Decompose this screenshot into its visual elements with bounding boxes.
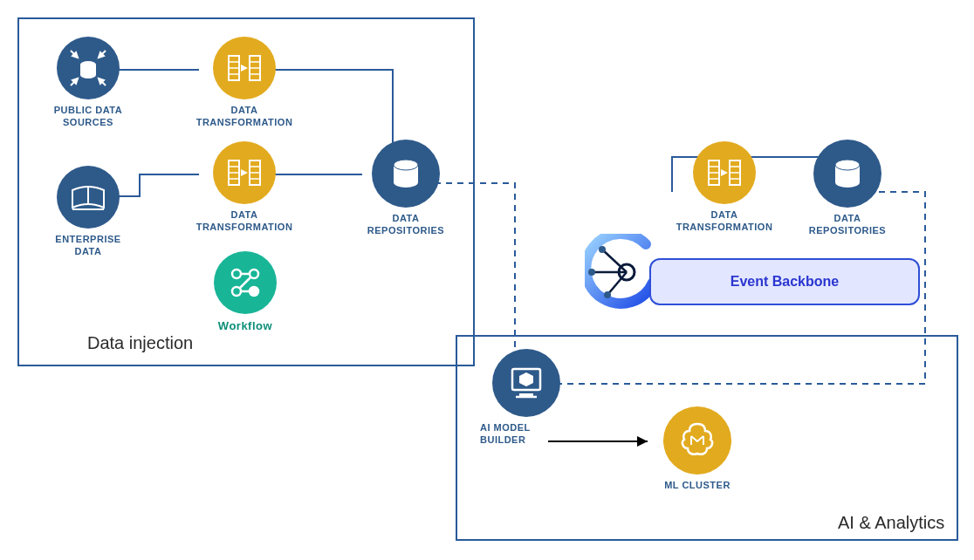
svg-line-57 <box>602 249 627 272</box>
data-injection-title: Data injection <box>87 333 193 353</box>
svg-point-41 <box>394 177 418 188</box>
workflow-label: Workflow <box>218 319 272 333</box>
data-transformation-3-label: DATA TRANSFORMATION <box>676 209 773 234</box>
svg-line-61 <box>607 272 627 295</box>
event-backbone-pill: Event Backbone <box>649 258 920 305</box>
event-backbone-label: Event Backbone <box>730 274 839 290</box>
svg-point-60 <box>588 269 595 276</box>
workflow-icon <box>214 251 277 314</box>
enterprise-data-icon <box>57 166 120 229</box>
svg-marker-66 <box>519 372 533 386</box>
enterprise-data-node: ENTERPRISE DATA <box>40 166 136 258</box>
svg-point-34 <box>232 287 241 296</box>
data-repositories-right-node: DATA REPOSITORIES <box>799 140 895 237</box>
svg-marker-22 <box>241 65 248 72</box>
svg-point-3 <box>80 72 96 79</box>
public-data-label: PUBLIC DATA SOURCES <box>54 105 122 129</box>
ml-cluster-node: ML CLUSTER <box>649 406 745 492</box>
svg-marker-31 <box>241 169 248 176</box>
database-icon <box>813 140 881 208</box>
ai-model-builder-label: AI MODEL BUILDER <box>480 422 531 447</box>
workflow-node: Workflow <box>197 251 293 333</box>
data-transformation-1-node: DATA TRANSFORMATION <box>192 37 297 129</box>
public-data-sources-node: PUBLIC DATA SOURCES <box>40 37 136 129</box>
data-repositories-right-label: DATA REPOSITORIES <box>809 213 886 237</box>
data-transformation-3-node: DATA TRANSFORMATION <box>672 141 777 234</box>
svg-point-62 <box>604 291 611 298</box>
svg-point-33 <box>250 270 258 278</box>
enterprise-data-label: ENTERPRISE DATA <box>55 234 120 258</box>
svg-point-54 <box>835 177 860 188</box>
data-transformation-1-label: DATA TRANSFORMATION <box>196 105 293 129</box>
svg-rect-64 <box>519 393 533 396</box>
transform-icon <box>693 141 756 204</box>
svg-point-35 <box>250 287 258 296</box>
data-transformation-2-node: DATA TRANSFORMATION <box>192 141 297 234</box>
ai-analytics-title: AI & Analytics <box>838 513 944 533</box>
database-icon <box>372 140 440 208</box>
public-data-icon <box>57 37 120 99</box>
ml-cluster-label: ML CLUSTER <box>664 480 730 492</box>
svg-line-37 <box>240 277 250 288</box>
data-transformation-2-label: DATA TRANSFORMATION <box>196 209 293 234</box>
transform-icon <box>213 37 276 99</box>
svg-marker-51 <box>721 169 728 176</box>
ml-cluster-icon <box>663 406 731 475</box>
ai-model-builder-node: AI MODEL BUILDER <box>478 349 574 447</box>
svg-point-32 <box>232 270 241 278</box>
data-repositories-left-label: DATA REPOSITORIES <box>367 213 444 237</box>
transform-icon <box>213 141 276 204</box>
ai-model-icon <box>492 349 560 417</box>
data-repositories-left-node: DATA REPOSITORIES <box>358 140 454 237</box>
svg-point-58 <box>599 246 606 253</box>
